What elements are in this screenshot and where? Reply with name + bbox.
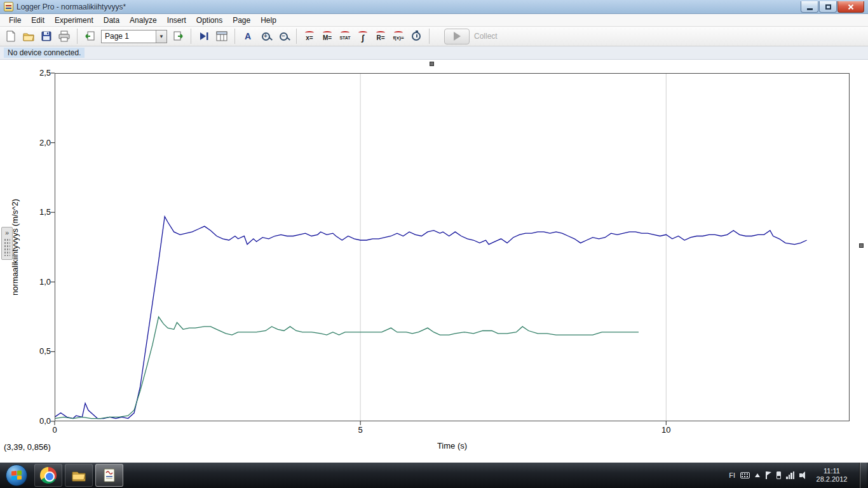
collect-button[interactable] bbox=[444, 29, 470, 44]
status-message: No device connected. bbox=[4, 48, 85, 58]
language-indicator[interactable]: FI bbox=[729, 471, 735, 479]
status-bar: No device connected. bbox=[0, 46, 868, 60]
menu-options[interactable]: Options bbox=[191, 15, 227, 26]
y-tick-label: 2,5 bbox=[22, 68, 51, 78]
integral-icon: ∫ bbox=[358, 31, 367, 41]
statistics-button[interactable]: STAT bbox=[337, 28, 353, 44]
title-bar: Logger Pro - normaalikiihtyvyys* bbox=[0, 0, 868, 14]
toolbar-separator bbox=[234, 29, 235, 44]
keyboard-icon[interactable] bbox=[740, 472, 750, 478]
show-desktop-button[interactable] bbox=[859, 463, 867, 488]
system-tray: FI 11:11 28.2.2012 bbox=[729, 463, 868, 488]
taskbar-explorer-button[interactable] bbox=[65, 464, 93, 487]
clock-date: 28.2.2012 bbox=[813, 475, 850, 484]
autoscale-button[interactable]: A bbox=[240, 28, 256, 44]
zoom-in-icon: + bbox=[262, 32, 270, 41]
tangent-icon: M= bbox=[323, 31, 332, 41]
logger-pro-window: Logger Pro - normaalikiihtyvyys* File Ed… bbox=[0, 0, 868, 488]
linear-fit-button[interactable]: R= bbox=[372, 28, 389, 44]
zoom-in-button[interactable]: + bbox=[257, 28, 274, 44]
clock-time: 11:11 bbox=[813, 467, 850, 475]
statistics-icon: STAT bbox=[339, 31, 350, 41]
grip-dots-icon bbox=[4, 238, 10, 256]
data-table-button[interactable] bbox=[214, 28, 230, 44]
maximize-icon bbox=[825, 4, 831, 10]
minimize-icon bbox=[807, 8, 813, 10]
window-title: Logger Pro - normaalikiihtyvyys* bbox=[17, 3, 126, 11]
linear-fit-icon: R= bbox=[376, 31, 385, 41]
plot-area[interactable] bbox=[55, 73, 850, 421]
menu-bar: File Edit Experiment Data Analyze Insert… bbox=[0, 14, 868, 27]
curve-fit-button[interactable]: f(x)= bbox=[390, 28, 407, 44]
hidden-icons-arrow-icon[interactable] bbox=[755, 473, 760, 477]
store-run-button[interactable] bbox=[196, 28, 212, 44]
new-file-button[interactable] bbox=[3, 28, 19, 44]
app-icon bbox=[4, 2, 13, 11]
collect-play-icon bbox=[454, 32, 461, 41]
menu-file[interactable]: File bbox=[4, 15, 26, 26]
menu-help[interactable]: Help bbox=[255, 15, 281, 26]
y-tick-label: 1,5 bbox=[22, 207, 51, 217]
minimize-button[interactable] bbox=[801, 1, 818, 13]
menu-page[interactable]: Page bbox=[227, 15, 255, 26]
data-table-icon bbox=[215, 30, 228, 43]
autoscale-icon: A bbox=[245, 33, 251, 39]
tangent-button[interactable]: M= bbox=[319, 28, 336, 44]
start-button[interactable] bbox=[6, 464, 27, 486]
menu-data[interactable]: Data bbox=[98, 15, 125, 26]
x-tick-label: 10 bbox=[653, 425, 679, 435]
integral-button[interactable]: ∫ bbox=[355, 28, 371, 44]
menu-experiment[interactable]: Experiment bbox=[50, 15, 98, 26]
menu-insert[interactable]: Insert bbox=[162, 15, 191, 26]
y-tick-label: 2,0 bbox=[22, 138, 51, 147]
print-button[interactable] bbox=[56, 28, 72, 44]
sidebar-expand-button[interactable]: » bbox=[1, 227, 13, 260]
taskbar-loggerpro-button[interactable] bbox=[95, 464, 123, 487]
examine-button[interactable]: x= bbox=[301, 28, 318, 44]
y-tick-label: 1,0 bbox=[22, 277, 51, 287]
store-run-icon bbox=[198, 30, 210, 43]
toolbar: Page 1 ▼ A + − x= M= STAT bbox=[0, 27, 868, 46]
y-tick-label: 0,0 bbox=[22, 416, 51, 426]
toolbar-separator bbox=[296, 29, 297, 44]
previous-page-icon bbox=[84, 30, 97, 43]
taskbar-chrome-button[interactable] bbox=[34, 464, 62, 487]
data-collection-button[interactable] bbox=[408, 28, 424, 44]
zoom-out-icon: − bbox=[280, 32, 288, 41]
battery-icon[interactable] bbox=[776, 471, 781, 479]
print-icon bbox=[58, 30, 71, 43]
toolbar-separator bbox=[429, 29, 430, 44]
save-button[interactable] bbox=[38, 28, 55, 44]
selection-handle-top[interactable] bbox=[430, 62, 434, 66]
selection-handle-right[interactable] bbox=[859, 243, 864, 248]
taskbar-clock[interactable]: 11:11 28.2.2012 bbox=[813, 467, 850, 484]
page-selector-value: Page 1 bbox=[102, 32, 156, 41]
maximize-button[interactable] bbox=[819, 1, 837, 13]
zoom-out-button[interactable]: − bbox=[275, 28, 292, 44]
close-button[interactable] bbox=[837, 1, 864, 13]
taskbar: FI 11:11 28.2.2012 bbox=[0, 463, 868, 488]
open-folder-icon bbox=[22, 30, 35, 43]
curve-fit-icon: f(x)= bbox=[393, 31, 403, 41]
windows-logo-icon bbox=[11, 470, 22, 480]
menu-edit[interactable]: Edit bbox=[26, 15, 50, 26]
previous-page-button[interactable] bbox=[82, 28, 98, 44]
collect-label: Collect bbox=[474, 32, 498, 41]
page-selector[interactable]: Page 1 ▼ bbox=[101, 30, 167, 43]
double-chevron-icon: » bbox=[5, 229, 9, 236]
open-file-button[interactable] bbox=[20, 28, 37, 44]
menu-analyze[interactable]: Analyze bbox=[125, 15, 162, 26]
speaker-icon[interactable] bbox=[799, 471, 808, 479]
toolbar-separator bbox=[77, 29, 78, 44]
coordinate-readout: (3,39, 0,856) bbox=[4, 442, 51, 452]
network-signal-icon[interactable] bbox=[786, 471, 794, 479]
next-page-button[interactable] bbox=[170, 28, 186, 44]
action-center-flag-icon[interactable] bbox=[765, 471, 771, 479]
x-axis-title[interactable]: Time (s) bbox=[55, 441, 850, 451]
graph-workspace: 0,00,51,01,52,02,5 0510 normaalikiihtyvy… bbox=[0, 60, 868, 463]
chevron-down-icon[interactable]: ▼ bbox=[156, 30, 166, 43]
next-page-icon bbox=[172, 30, 184, 43]
examine-icon: x= bbox=[305, 31, 314, 41]
close-icon bbox=[847, 3, 855, 11]
toolbar-separator bbox=[191, 29, 191, 44]
